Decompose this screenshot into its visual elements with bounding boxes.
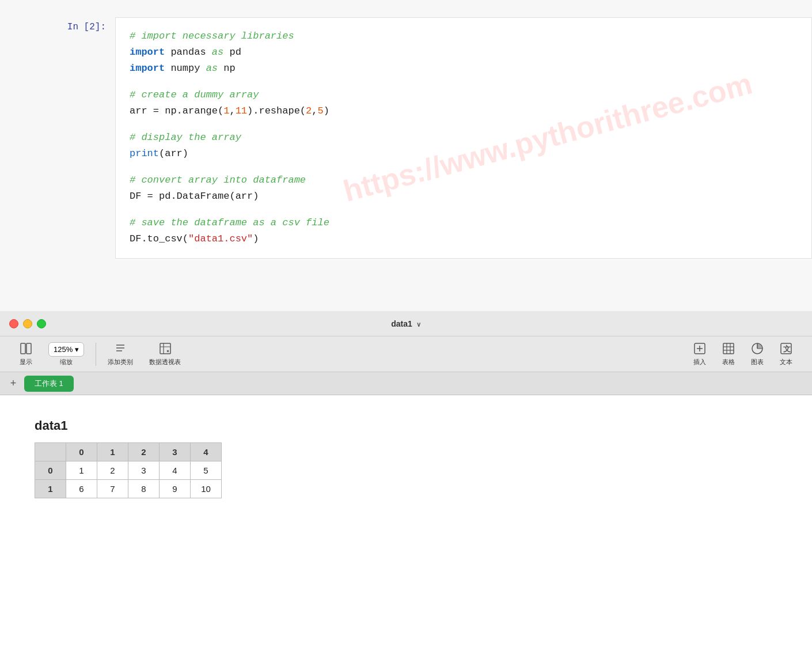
display-icon — [20, 342, 32, 357]
toolbar-add-category[interactable]: 添加类别 — [100, 342, 141, 366]
import-numpy: numpy — [165, 63, 206, 74]
content-area: data1 0 1 2 3 4 0 1 2 3 4 — [0, 395, 812, 651]
row-index-0: 0 — [35, 461, 66, 480]
cell-0-3[interactable]: 4 — [160, 461, 191, 480]
display-label: 显示 — [20, 358, 32, 366]
num-3: 2 — [306, 105, 312, 116]
comma-2: , — [312, 105, 317, 116]
cell-1-1[interactable]: 7 — [97, 480, 128, 498]
add-category-label: 添加类别 — [108, 358, 133, 366]
active-tab[interactable]: 工作表 1 — [24, 376, 74, 392]
window-title: data1 ∨ — [391, 319, 420, 328]
keyword-import-1: import — [130, 47, 165, 58]
as-2: as — [206, 63, 218, 74]
text-label: 文本 — [780, 358, 792, 366]
minimize-button[interactable] — [23, 319, 32, 328]
table-row: 0 1 2 3 4 5 — [35, 461, 222, 480]
cell-1-0[interactable]: 6 — [66, 480, 97, 498]
svg-rect-9 — [723, 343, 734, 354]
code-line-6: # display the array — [130, 130, 798, 146]
numbers-app: data1 ∨ 显示 125% ▾ 缩放 — [0, 311, 812, 651]
chart-label: 图表 — [751, 358, 764, 366]
header-col-0[interactable]: 0 — [66, 443, 97, 461]
toolbar: 显示 125% ▾ 缩放 添加类别 — [0, 336, 812, 372]
cell-body: # import necessary libraries import pand… — [115, 17, 812, 259]
code-line-9: DF = pd.DataFrame(arr) — [130, 188, 798, 205]
table-label: 表格 — [722, 358, 735, 366]
blank-4 — [130, 205, 798, 215]
csv-filename: "data1.csv" — [188, 233, 253, 244]
jupyter-cell: In [2]: # import necessary libraries imp… — [0, 0, 812, 311]
reshape-call: ).reshape( — [247, 105, 306, 116]
cell-0-4[interactable]: 5 — [191, 461, 222, 480]
insert-icon — [693, 342, 706, 357]
print-arg: (arr) — [159, 148, 188, 159]
import-pandas: pandas — [165, 47, 212, 58]
header-col-4[interactable]: 4 — [191, 443, 222, 461]
toolbar-table[interactable]: 表格 — [714, 342, 743, 366]
code-line-11: DF.to_csv("data1.csv") — [130, 231, 798, 247]
cell-1-4[interactable]: 10 — [191, 480, 222, 498]
traffic-lights[interactable] — [9, 319, 46, 328]
zoom-chevron-icon: ▾ — [75, 345, 79, 354]
comment-3: # display the array — [130, 132, 241, 143]
chart-icon — [751, 342, 764, 357]
svg-rect-1 — [26, 343, 31, 354]
blank-1 — [130, 77, 798, 87]
comment-4: # convert array into dataframe — [130, 175, 306, 186]
toolbar-pivot[interactable]: 数据透视表 — [141, 342, 189, 366]
svg-rect-5 — [160, 343, 170, 354]
num-4: 5 — [317, 105, 323, 116]
code-line-4: # create a dummy array — [130, 87, 798, 103]
alias-pd: pd — [223, 47, 241, 58]
title-chevron-icon[interactable]: ∨ — [416, 321, 421, 328]
header-col-3[interactable]: 3 — [160, 443, 191, 461]
num-2: 11 — [236, 105, 247, 116]
keyword-import-2: import — [130, 63, 165, 74]
pivot-icon — [159, 342, 172, 357]
comment-1: # import necessary libraries — [130, 31, 294, 41]
toolbar-display[interactable]: 显示 — [12, 342, 40, 366]
insert-label: 插入 — [693, 358, 706, 366]
cell-0-0[interactable]: 1 — [66, 461, 97, 480]
zoom-label: 缩放 — [60, 358, 73, 366]
comma-1: , — [229, 105, 235, 116]
fullscreen-button[interactable] — [37, 319, 46, 328]
toolbar-text[interactable]: 文 文本 — [772, 342, 800, 366]
toolbar-divider-1 — [96, 343, 96, 366]
svg-rect-0 — [21, 343, 25, 354]
code-line-10: # save the dataframe as a csv file — [130, 215, 798, 231]
arr-assign: arr = np.arange( — [130, 105, 223, 116]
close-button[interactable] — [9, 319, 18, 328]
add-sheet-button[interactable]: + — [7, 377, 20, 390]
toolbar-zoom[interactable]: 125% ▾ 缩放 — [40, 342, 92, 366]
print-keyword: print — [130, 148, 159, 159]
row-index-1: 1 — [35, 480, 66, 498]
header-col-2[interactable]: 2 — [128, 443, 160, 461]
comment-2: # create a dummy array — [130, 89, 259, 100]
cell-prompt: In [2]: — [0, 17, 115, 32]
code-line-2: import pandas as pd — [130, 44, 798, 60]
table-icon — [722, 342, 735, 357]
table-header-row: 0 1 2 3 4 — [35, 443, 222, 461]
to-csv-call: DF.to_csv( — [130, 233, 188, 244]
blank-3 — [130, 162, 798, 172]
as-1: as — [212, 47, 223, 58]
code-line-3: import numpy as np — [130, 60, 798, 77]
svg-text:文: 文 — [783, 345, 791, 353]
cell-0-1[interactable]: 2 — [97, 461, 128, 480]
header-col-1[interactable]: 1 — [97, 443, 128, 461]
toolbar-chart[interactable]: 图表 — [743, 342, 772, 366]
code-line-1: # import necessary libraries — [130, 28, 798, 44]
comment-5: # save the dataframe as a csv file — [130, 217, 329, 228]
pivot-label: 数据透视表 — [149, 358, 181, 366]
zoom-control[interactable]: 125% ▾ — [48, 342, 84, 357]
header-index — [35, 443, 66, 461]
cell-1-2[interactable]: 8 — [128, 480, 160, 498]
alias-np: np — [218, 63, 236, 74]
toolbar-insert[interactable]: 插入 — [685, 342, 714, 366]
blank-2 — [130, 119, 798, 130]
table-title: data1 — [35, 418, 777, 433]
cell-1-3[interactable]: 9 — [160, 480, 191, 498]
cell-0-2[interactable]: 3 — [128, 461, 160, 480]
